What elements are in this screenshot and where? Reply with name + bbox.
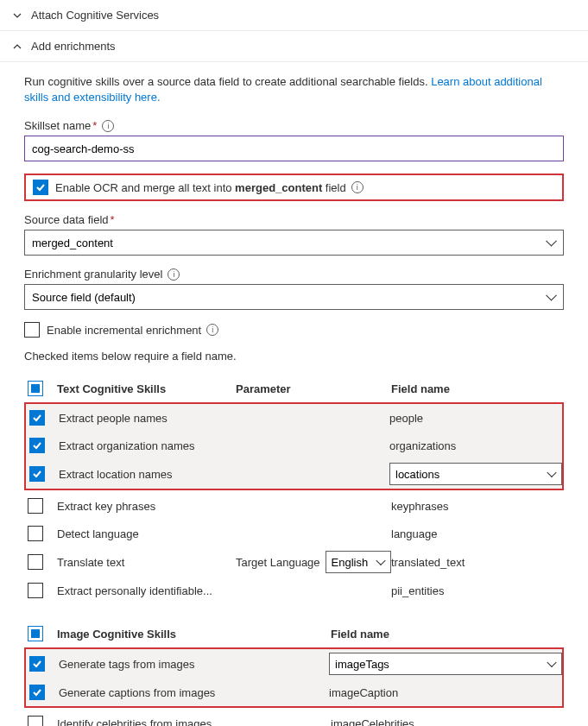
ocr-checkbox[interactable]	[33, 180, 48, 195]
people-field: people	[389, 412, 423, 425]
translate-param-label: Target Language	[236, 556, 320, 569]
image-skills-header-skill: Image Cognitive Skills	[54, 628, 331, 641]
orgs-checkbox[interactable]	[29, 438, 45, 453]
celebs-label: Identify celebrities from images	[54, 717, 331, 726]
text-skills-table: Text Cognitive Skills Parameter Field na…	[24, 375, 564, 604]
table-row: Extract organization names organizations	[26, 432, 562, 459]
table-row: Detect language language	[24, 520, 564, 547]
incremental-label: Enable incremental enrichment	[47, 324, 201, 337]
captions-label: Generate captions from images	[55, 686, 329, 699]
image-skills-highlight-box: Generate tags from images imageTags Gene…	[24, 647, 564, 708]
text-skills-selectall-checkbox[interactable]	[28, 381, 43, 396]
orgs-label: Extract organization names	[55, 439, 234, 452]
celebs-checkbox[interactable]	[28, 716, 43, 726]
skillset-name-label: Skillset name	[24, 119, 91, 132]
intro-text: Run cognitive skills over a source data …	[24, 74, 564, 105]
table-row: Identify celebrities from images imageCe…	[24, 710, 564, 726]
tags-label: Generate tags from images	[55, 658, 329, 671]
table-row: Extract personally identifiable... pii_e…	[24, 577, 564, 604]
attach-section-title: Attach Cognitive Services	[31, 9, 159, 22]
image-skills-table: Image Cognitive Skills Field name Genera…	[24, 620, 564, 726]
locations-label: Extract location names	[55, 468, 234, 481]
locations-checkbox[interactable]	[29, 466, 45, 482]
translate-label: Translate text	[54, 556, 236, 569]
required-marker: *	[111, 213, 115, 226]
enrich-section-title: Add enrichments	[31, 40, 116, 53]
keyphrases-checkbox[interactable]	[28, 498, 43, 514]
pii-checkbox[interactable]	[28, 583, 43, 598]
text-skills-highlight-box: Extract people names people Extract orga…	[24, 402, 564, 490]
language-checkbox[interactable]	[28, 526, 43, 541]
keyphrases-field: keyphrases	[391, 500, 448, 513]
table-row: Extract people names people	[26, 404, 562, 432]
language-label: Detect language	[54, 527, 236, 540]
pii-label: Extract personally identifiable...	[54, 584, 236, 597]
image-skills-selectall-checkbox[interactable]	[28, 626, 43, 641]
table-row: Generate tags from images imageTags	[26, 649, 562, 679]
translate-field: translated_text	[391, 556, 465, 569]
tags-field-select[interactable]: imageTags	[329, 653, 562, 675]
info-icon[interactable]: i	[102, 120, 114, 132]
info-icon[interactable]: i	[351, 181, 364, 193]
info-icon[interactable]: i	[206, 324, 218, 336]
captions-field: imageCaption	[329, 686, 398, 699]
source-data-field: Source data field * merged_content	[24, 213, 564, 256]
enrich-section-header[interactable]: Add enrichments	[0, 31, 588, 62]
table-row: Extract key phrases keyphrases	[24, 492, 564, 520]
granularity-label: Enrichment granularity level	[24, 268, 162, 281]
tags-checkbox[interactable]	[29, 656, 45, 672]
chevron-down-icon	[12, 10, 22, 21]
enrich-section-body: Run cognitive skills over a source data …	[0, 62, 588, 726]
people-label: Extract people names	[55, 412, 234, 425]
language-field: language	[391, 527, 438, 540]
source-data-select[interactable]: merged_content	[24, 230, 564, 256]
chevron-up-icon	[12, 41, 22, 52]
skillset-name-field: Skillset name * i	[24, 119, 564, 161]
translate-checkbox[interactable]	[28, 554, 43, 570]
celebs-field: imageCelebrities	[331, 717, 414, 726]
image-skills-header-field: Field name	[331, 628, 564, 641]
intro-plain: Run cognitive skills over a source data …	[24, 75, 431, 88]
text-skills-header-field: Field name	[391, 382, 564, 395]
pii-field: pii_entities	[391, 584, 444, 597]
attach-section-header[interactable]: Attach Cognitive Services	[0, 0, 588, 31]
note-text: Checked items below require a field name…	[24, 350, 564, 363]
granularity-field: Enrichment granularity level i Source fi…	[24, 268, 564, 310]
table-row: Generate captions from images imageCapti…	[26, 679, 562, 706]
locations-field-select[interactable]: locations	[389, 463, 562, 485]
keyphrases-label: Extract key phrases	[54, 500, 236, 513]
required-marker: *	[92, 119, 97, 132]
incremental-row: Enable incremental enrichment i	[24, 322, 564, 338]
captions-checkbox[interactable]	[29, 685, 45, 700]
text-skills-header-param: Parameter	[236, 382, 391, 395]
skillset-name-input[interactable]	[24, 136, 564, 161]
orgs-field: organizations	[389, 439, 456, 452]
table-row: Translate text Target Language English t…	[24, 547, 564, 577]
table-row: Extract location names locations	[26, 459, 562, 489]
granularity-select[interactable]: Source field (default)	[24, 284, 564, 310]
translate-param-select[interactable]: English	[326, 551, 391, 573]
incremental-checkbox[interactable]	[24, 322, 40, 338]
people-checkbox[interactable]	[29, 410, 45, 426]
source-data-label: Source data field	[24, 213, 109, 226]
ocr-highlight-box: Enable OCR and merge all text into merge…	[24, 174, 564, 201]
text-skills-header-skill: Text Cognitive Skills	[54, 382, 236, 395]
info-icon[interactable]: i	[168, 268, 180, 281]
ocr-label: Enable OCR and merge all text into merge…	[55, 181, 346, 194]
